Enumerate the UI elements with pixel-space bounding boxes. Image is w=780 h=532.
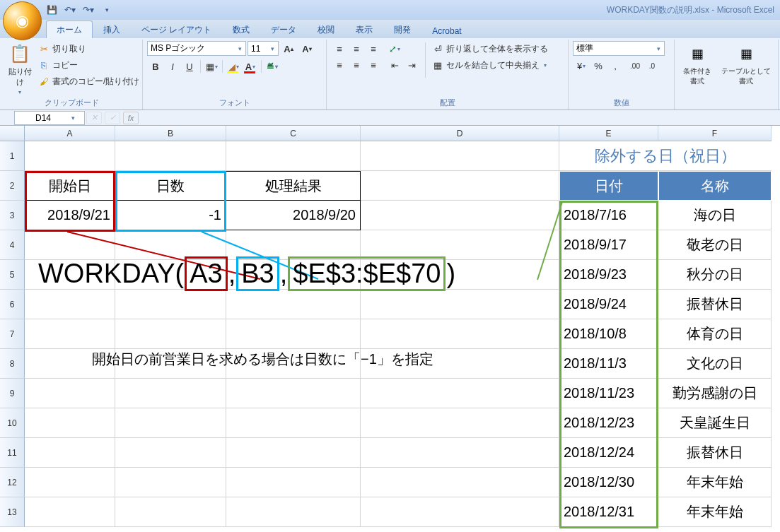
undo-icon[interactable]: ↶▾ <box>64 4 76 16</box>
cell-d7[interactable] <box>361 319 559 349</box>
format-as-table-button[interactable]: ▦ テーブルとして書式 <box>719 41 774 88</box>
cell-e12[interactable]: 2018/12/30 <box>559 468 658 497</box>
cell-d10[interactable] <box>361 408 559 438</box>
decrease-indent-button[interactable]: ⇤ <box>386 57 403 73</box>
format-painter-button[interactable]: 🖌書式のコピー/貼り付け <box>37 73 141 89</box>
cell-c10[interactable] <box>226 408 361 438</box>
cell-a12[interactable] <box>25 468 115 497</box>
number-format-combo[interactable]: ▾ <box>573 41 665 56</box>
align-left-button[interactable]: ≡ <box>331 57 348 73</box>
cell-f6[interactable]: 振替休日 <box>658 290 772 319</box>
font-size-input[interactable] <box>250 43 268 54</box>
cell-c9[interactable] <box>226 379 361 408</box>
percent-button[interactable]: % <box>590 58 607 73</box>
row-header-2[interactable]: 2 <box>0 171 25 201</box>
tab-data[interactable]: データ <box>260 20 307 38</box>
cell-a7[interactable] <box>25 319 115 349</box>
cell-a1[interactable] <box>25 141 115 171</box>
bold-button[interactable]: B <box>147 59 164 74</box>
cell-e8[interactable]: 2018/11/3 <box>559 349 658 379</box>
cell-b6[interactable] <box>115 290 226 319</box>
cell-f5[interactable]: 秋分の日 <box>658 260 772 290</box>
paste-button[interactable]: 📋 貼り付け ▾ <box>6 41 34 97</box>
cell-c2[interactable]: 処理結果 <box>226 171 361 201</box>
cell-e3[interactable]: 2018/7/16 <box>559 201 658 230</box>
grow-font-button[interactable]: A▴ <box>280 41 297 57</box>
italic-button[interactable]: I <box>164 59 181 74</box>
cell-e2[interactable]: 日付 <box>559 171 658 201</box>
redo-icon[interactable]: ↷▾ <box>82 4 95 16</box>
tab-view[interactable]: 表示 <box>345 20 383 38</box>
cell-d9[interactable] <box>361 379 559 408</box>
cell-f7[interactable]: 体育の日 <box>658 319 772 349</box>
cell-a2[interactable]: 開始日 <box>25 171 115 201</box>
tab-home[interactable]: ホーム <box>46 20 93 38</box>
cell-e6[interactable]: 2018/9/24 <box>559 290 658 319</box>
cell-a6[interactable] <box>25 290 115 319</box>
phonetic-button[interactable]: ≝ <box>264 59 281 74</box>
increase-decimal-button[interactable]: .00 <box>627 58 644 73</box>
cell-e11[interactable]: 2018/12/24 <box>559 438 658 468</box>
align-center-button[interactable]: ≡ <box>348 57 365 73</box>
fx-button[interactable]: fx <box>123 112 139 124</box>
cell-c11[interactable] <box>226 438 361 468</box>
cell-e4[interactable]: 2018/9/17 <box>559 230 658 260</box>
row-header-10[interactable]: 10 <box>0 408 25 438</box>
row-header-4[interactable]: 4 <box>0 230 25 260</box>
select-all-corner[interactable] <box>0 126 25 141</box>
cell-f2[interactable]: 名称 <box>658 171 772 201</box>
office-button[interactable]: ◉ <box>3 1 42 40</box>
cell-d2[interactable] <box>361 171 559 201</box>
cell-d6[interactable] <box>361 290 559 319</box>
align-bottom-button[interactable]: ≡ <box>365 41 382 57</box>
tab-developer[interactable]: 開発 <box>383 20 421 38</box>
cell-b1[interactable] <box>115 141 226 171</box>
cell-e9[interactable]: 2018/11/23 <box>559 379 658 408</box>
cell-a4[interactable] <box>25 230 115 260</box>
font-color-button[interactable]: A <box>242 59 259 74</box>
cell-e10[interactable]: 2018/12/23 <box>559 408 658 438</box>
col-header-b[interactable]: B <box>115 126 226 141</box>
cell-b11[interactable] <box>115 438 226 468</box>
cell-a9[interactable] <box>25 379 115 408</box>
cell-c13[interactable] <box>226 497 361 527</box>
name-box-input[interactable] <box>15 112 71 124</box>
font-name-combo[interactable]: ▾ <box>147 41 246 56</box>
name-box[interactable]: ▾ <box>14 111 85 125</box>
row-header-5[interactable]: 5 <box>0 260 25 290</box>
decrease-decimal-button[interactable]: .0 <box>644 58 660 73</box>
row-header-7[interactable]: 7 <box>0 319 25 349</box>
font-name-input[interactable] <box>149 43 235 54</box>
col-header-a[interactable]: A <box>25 126 115 141</box>
tab-page-layout[interactable]: ページ レイアウト <box>131 20 222 38</box>
cell-e13[interactable]: 2018/12/31 <box>559 497 658 527</box>
number-format-input[interactable] <box>575 43 654 54</box>
cell-c6[interactable] <box>226 290 361 319</box>
align-middle-button[interactable]: ≡ <box>348 41 365 57</box>
col-header-d[interactable]: D <box>361 126 559 141</box>
row-header-12[interactable]: 12 <box>0 468 25 497</box>
shrink-font-button[interactable]: A▾ <box>298 41 315 57</box>
row-header-11[interactable]: 11 <box>0 438 25 468</box>
row-header-13[interactable]: 13 <box>0 497 25 527</box>
cell-b2[interactable]: 日数 <box>115 171 226 201</box>
cell-c7[interactable] <box>226 319 361 349</box>
cell-f10[interactable]: 天皇誕生日 <box>658 408 772 438</box>
col-header-e[interactable]: E <box>559 126 658 141</box>
cell-d11[interactable] <box>361 438 559 468</box>
cell-b7[interactable] <box>115 319 226 349</box>
copy-button[interactable]: ⎘コピー <box>37 57 141 73</box>
cell-b13[interactable] <box>115 497 226 527</box>
qat-dropdown-icon[interactable]: ▾ <box>100 4 113 16</box>
cell-b10[interactable] <box>115 408 226 438</box>
tab-review[interactable]: 校閲 <box>307 20 345 38</box>
cell-f11[interactable]: 振替休日 <box>658 438 772 468</box>
currency-button[interactable]: ¥ <box>573 58 590 73</box>
cell-f13[interactable]: 年末年始 <box>658 497 772 527</box>
cell-a11[interactable] <box>25 438 115 468</box>
cell-a13[interactable] <box>25 497 115 527</box>
row-header-9[interactable]: 9 <box>0 379 25 408</box>
increase-indent-button[interactable]: ⇥ <box>403 57 420 73</box>
cell-d13[interactable] <box>361 497 559 527</box>
cell-e7[interactable]: 2018/10/8 <box>559 319 658 349</box>
